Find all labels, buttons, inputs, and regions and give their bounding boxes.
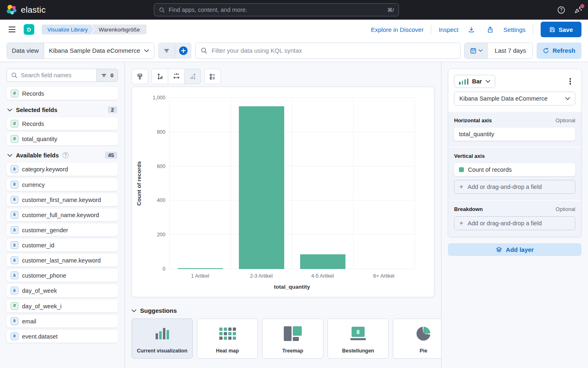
number-field-icon: # <box>11 302 18 310</box>
chevron-down-icon <box>565 97 570 100</box>
horizontal-axis-field[interactable]: total_quantity <box>454 128 575 141</box>
date-picker-button[interactable] <box>465 43 488 58</box>
gridline <box>414 98 415 269</box>
notification-dot <box>580 4 584 8</box>
field-item[interactable]: #day_of_week_i <box>7 300 118 312</box>
chevron-down-icon <box>479 49 483 52</box>
layer-actions-icon[interactable] <box>568 76 573 87</box>
field-name: customer_first_name.keyword <box>22 196 101 204</box>
suggestion-bestellungen[interactable]: 8 Bestellungen <box>327 319 389 359</box>
help-circle-icon[interactable]: ? <box>62 152 69 158</box>
bar-4-5 Artikel[interactable] <box>300 254 345 269</box>
x-tick-label: 6+ Artikel <box>353 273 414 279</box>
explore-in-discover-link[interactable]: Explore in Discover <box>371 26 423 33</box>
save-button[interactable]: Save <box>541 22 581 37</box>
gridline <box>292 98 292 269</box>
bar-type-icon <box>459 79 468 85</box>
available-fields-header[interactable]: Available fields ? 45 <box>7 152 117 159</box>
legend-settings-button[interactable] <box>204 69 221 84</box>
inspect-link[interactable]: Inspect <box>439 26 458 33</box>
breadcrumb-visualize-library[interactable]: Visualize Library <box>42 25 94 34</box>
field-item[interactable]: kcustomer_full_name.keyword <box>7 209 118 221</box>
x-axis-title: total_quantity <box>169 279 414 292</box>
search-icon <box>11 72 18 79</box>
bar-1 Artikel[interactable] <box>178 268 223 269</box>
y-axis-title: Count of records <box>136 98 147 269</box>
filter-options-button[interactable] <box>158 43 175 59</box>
suggestion-pie[interactable]: Pie <box>393 319 441 359</box>
field-item[interactable]: #Records <box>7 117 118 130</box>
help-icon[interactable]: ? <box>557 6 565 14</box>
filter-icon <box>101 72 107 79</box>
elastic-logo[interactable]: elastic <box>6 4 46 16</box>
add-filter-button[interactable] <box>175 43 192 59</box>
field-item[interactable]: kemail <box>7 315 118 328</box>
vertical-axis-field[interactable]: Count of records <box>454 163 575 176</box>
menu-icon[interactable] <box>7 23 19 36</box>
field-item[interactable]: kevent.dataset <box>7 330 118 343</box>
suggestion-current-visualization[interactable]: Current visualization <box>131 319 193 359</box>
distribute-horizontally-button[interactable] <box>168 69 185 84</box>
field-item[interactable]: kcustomer_phone <box>7 269 118 282</box>
global-header: elastic Find apps, content, and more. ⌘/… <box>0 0 588 20</box>
chart-plot-area[interactable] <box>169 98 414 269</box>
field-item[interactable]: kcategory.keyword <box>7 163 118 175</box>
vertical-axis-add-field[interactable]: + Add or drag-and-drop a field <box>454 180 575 194</box>
field-name: email <box>22 317 36 325</box>
y-tick-label: 600 <box>157 164 165 169</box>
selected-fields-header[interactable]: Selected fields 2 <box>7 106 117 113</box>
layer-config-panel: Bar Kibana Sample Data eCommerce Horizon… <box>441 62 588 368</box>
suggestion-treemap[interactable]: Treemap <box>262 319 323 359</box>
settings-link[interactable]: Settings <box>503 26 526 33</box>
app-nav-row: D Visualize Library Warenkorbgröße Explo… <box>0 20 588 39</box>
search-icon <box>200 47 207 54</box>
filter-icon <box>163 47 170 54</box>
kql-query-input[interactable]: Filter your data using KQL syntax <box>195 43 461 59</box>
y-tick-label: 1,000 <box>153 95 165 101</box>
refresh-button[interactable]: Refresh <box>537 43 581 59</box>
search-shortcut-hint: ⌘/ <box>387 7 394 13</box>
layer-data-view-selector[interactable]: Kibana Sample Data eCommerce <box>454 92 575 105</box>
field-item-records[interactable]: # Records <box>7 87 118 100</box>
keyword-field-icon: k <box>11 211 18 219</box>
share-icon[interactable] <box>485 24 496 35</box>
series-color-swatch <box>459 167 464 172</box>
x-tick-label: 2-3 Artikel <box>231 273 292 279</box>
field-filter-button[interactable]: 0 <box>96 69 118 81</box>
breakdown-group: Breakdown Optional + Add or drag-and-dro… <box>448 200 581 236</box>
field-item[interactable]: #total_quantity <box>7 132 118 145</box>
keyword-field-icon: k <box>11 272 18 279</box>
bar-chart-panel[interactable]: Count of records 02004006008001,000 1 Ar… <box>131 87 434 297</box>
field-item[interactable]: kcustomer_id <box>7 239 118 251</box>
suggestion-heat-map[interactable]: Heat map <box>197 319 258 359</box>
distribute-vertically-button[interactable] <box>151 69 168 84</box>
query-bar: Data view Kibana Sample Data eCommerce F… <box>0 39 588 62</box>
field-item[interactable]: kcustomer_first_name.keyword <box>7 193 118 206</box>
add-layer-label: Add layer <box>506 246 534 253</box>
breakdown-add-field[interactable]: + Add or drag-and-drop a field <box>454 216 575 230</box>
time-range-value[interactable]: Last 7 days <box>488 43 532 58</box>
add-layer-button[interactable]: Add layer <box>448 243 581 256</box>
field-name: category.keyword <box>22 165 68 173</box>
bar-2-3 Artikel[interactable] <box>239 106 284 269</box>
visual-options-button[interactable] <box>131 69 148 84</box>
visualization-workspace: Count of records 02004006008001,000 1 Ar… <box>125 62 441 368</box>
field-item[interactable]: kcurrency <box>7 178 118 191</box>
field-item[interactable]: kcustomer_gender <box>7 224 118 236</box>
gridline <box>353 98 354 269</box>
y-tick-label: 0 <box>163 266 165 272</box>
field-item[interactable]: kday_of_week <box>7 284 118 297</box>
global-search-input[interactable]: Find apps, content, and more. ⌘/ <box>154 3 399 16</box>
data-view-selector[interactable]: Kibana Sample Data eCommerce <box>44 43 154 58</box>
y-tick-label: 200 <box>157 232 165 238</box>
suggestions-header[interactable]: Suggestions <box>131 307 434 314</box>
refresh-icon <box>543 47 549 54</box>
field-item[interactable]: kcustomer_last_name.keyword <box>7 254 118 267</box>
y-axis-tick-labels: 02004006008001,000 <box>147 98 169 269</box>
legend-icon <box>209 73 216 80</box>
space-badge[interactable]: D <box>24 24 34 35</box>
chart-type-selector[interactable]: Bar <box>454 75 495 88</box>
field-search-input[interactable]: Search field names <box>7 69 96 81</box>
newsfeed-icon[interactable] <box>574 6 582 14</box>
download-icon[interactable] <box>466 24 477 35</box>
